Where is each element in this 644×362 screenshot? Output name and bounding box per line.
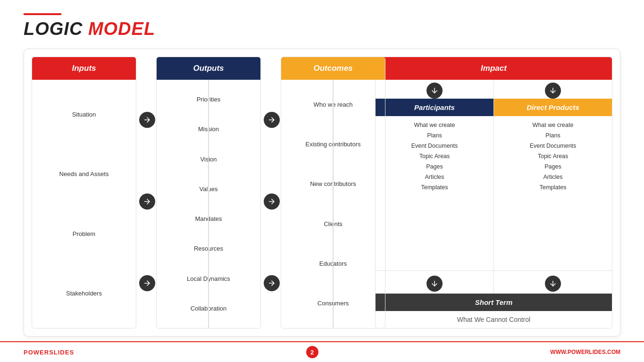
- footer-website: WWW.POWERLIDES.COM: [550, 349, 620, 355]
- inputs-item-needs: Needs and Assets: [56, 168, 113, 179]
- impact-header: Impact: [376, 57, 612, 80]
- participants-title: Participants: [376, 99, 493, 116]
- impact-sub-row: Participants What we create Plans Event …: [376, 80, 612, 270]
- direct-products-item-3: Topic Areas: [535, 152, 571, 160]
- participants-down-arrow: [427, 83, 443, 99]
- short-term-section: Short Term What We Cannot Control: [376, 270, 612, 328]
- direct-products-item-2: Event Documents: [527, 142, 579, 150]
- page: LOGIC MODEL Inputs Situation Needs and A…: [0, 0, 644, 362]
- inputs-item-problem: Problem: [69, 228, 99, 239]
- short-term-arrows: [376, 271, 612, 294]
- participants-header: Participants: [376, 80, 493, 116]
- inputs-column: Inputs Situation Needs and Assets Proble…: [32, 57, 136, 328]
- direct-products-body: What we create Plans Event Documents Top…: [494, 116, 612, 270]
- footer-brand-power: POWER: [24, 349, 49, 356]
- header: LOGIC MODEL: [0, 0, 644, 44]
- outputs-column: Outputs Priorities Mission Vision Values…: [156, 57, 261, 328]
- outcomes-header: Outcomes: [281, 57, 385, 80]
- title-model: MODEL: [88, 19, 155, 39]
- st-arrow-left: [376, 271, 494, 294]
- footer-brand: POWERSLIDES: [24, 349, 74, 356]
- direct-products-column: Direct Products What we create Plans Eve…: [494, 80, 612, 270]
- arrow-5: [264, 194, 280, 210]
- participants-item-6: Templates: [418, 183, 451, 192]
- footer-page-number: 2: [306, 346, 318, 358]
- arrow-6: [264, 275, 280, 291]
- direct-products-title: Direct Products: [494, 99, 612, 116]
- impact-section: Impact Participants: [375, 57, 612, 328]
- direct-products-item-0: What we create: [530, 121, 577, 129]
- inputs-header: Inputs: [32, 57, 136, 80]
- short-term-bar: Short Term: [376, 294, 612, 311]
- inputs-item-situation: Situation: [68, 109, 100, 120]
- arrow-3: [139, 275, 155, 291]
- participants-item-2: Event Documents: [409, 142, 461, 150]
- participants-item-0: What we create: [411, 121, 458, 129]
- footer: POWERSLIDES 2 WWW.POWERLIDES.COM: [0, 341, 644, 362]
- direct-products-down-arrow: [545, 83, 561, 99]
- participants-item-3: Topic Areas: [417, 152, 453, 160]
- outputs-header: Outputs: [157, 57, 260, 80]
- arrow-2: [139, 194, 155, 210]
- participants-column: Participants What we create Plans Event …: [376, 80, 494, 270]
- participants-item-5: Articles: [422, 173, 447, 181]
- st-down-arrow-right: [545, 276, 561, 292]
- footer-brand-slides: SLIDES: [49, 349, 74, 356]
- participants-item-4: Pages: [423, 162, 445, 171]
- direct-products-item-6: Templates: [537, 183, 569, 192]
- outcomes-column: Outcomes Who we reach Existing contribut…: [281, 57, 385, 328]
- arrow-4: [264, 112, 280, 128]
- diagram: Inputs Situation Needs and Assets Proble…: [32, 57, 612, 328]
- st-down-arrow-left: [427, 276, 443, 292]
- arrow-1: [139, 112, 155, 128]
- outcomes-inner: Who we reach Existing contributors New c…: [281, 80, 385, 328]
- direct-products-item-5: Articles: [541, 173, 566, 181]
- direct-products-item-1: Plans: [543, 131, 563, 140]
- participants-item-1: Plans: [424, 131, 444, 140]
- outcomes-line: [333, 80, 334, 328]
- left-section: Inputs Situation Needs and Assets Proble…: [32, 57, 371, 328]
- outputs-outcomes-arrows: [263, 57, 281, 328]
- header-line: [24, 13, 61, 15]
- main-card: Inputs Situation Needs and Assets Proble…: [24, 49, 620, 337]
- title-logic: LOGIC: [24, 19, 83, 39]
- inputs-body: Situation Needs and Assets Problem Stake…: [32, 80, 136, 328]
- st-arrow-right: [494, 271, 612, 294]
- page-title: LOGIC MODEL: [24, 19, 620, 39]
- outputs-inner: Priorities Mission Vision Values Mandate…: [157, 80, 260, 328]
- participants-body: What we create Plans Event Documents Top…: [376, 116, 493, 270]
- inputs-outputs-arrows: [138, 57, 156, 328]
- inputs-item-stakeholders: Stakeholders: [62, 288, 106, 299]
- short-term-content: What We Cannot Control: [376, 311, 612, 328]
- direct-products-item-4: Pages: [542, 162, 564, 171]
- outputs-line: [208, 80, 209, 328]
- direct-products-header: Direct Products: [494, 80, 612, 116]
